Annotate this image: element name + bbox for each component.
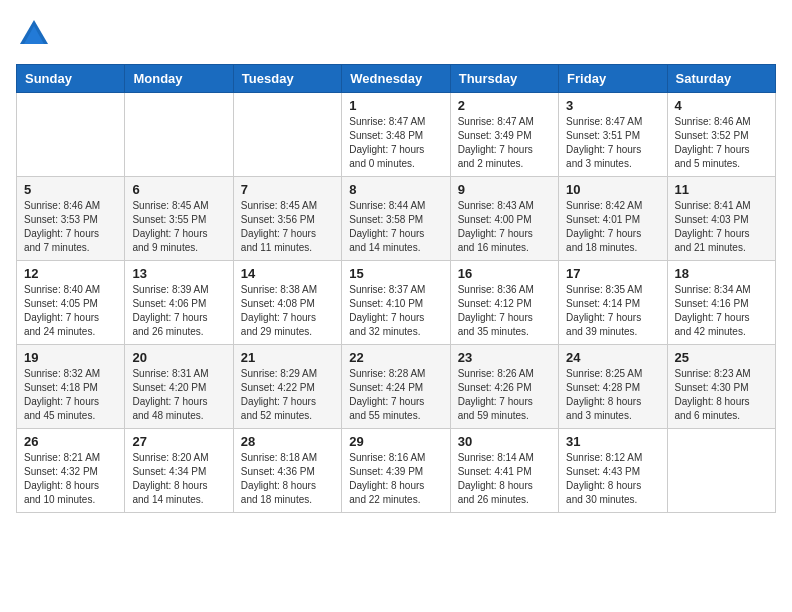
calendar-cell: 12Sunrise: 8:40 AM Sunset: 4:05 PM Dayli… [17,261,125,345]
calendar-week-row: 1Sunrise: 8:47 AM Sunset: 3:48 PM Daylig… [17,93,776,177]
cell-info: Sunrise: 8:47 AM Sunset: 3:51 PM Dayligh… [566,115,659,171]
calendar-cell [667,429,775,513]
cell-day-number: 7 [241,182,334,197]
calendar-cell: 6Sunrise: 8:45 AM Sunset: 3:55 PM Daylig… [125,177,233,261]
cell-day-number: 2 [458,98,551,113]
cell-day-number: 24 [566,350,659,365]
cell-day-number: 30 [458,434,551,449]
cell-info: Sunrise: 8:14 AM Sunset: 4:41 PM Dayligh… [458,451,551,507]
cell-info: Sunrise: 8:29 AM Sunset: 4:22 PM Dayligh… [241,367,334,423]
logo-icon [16,16,52,52]
calendar-cell: 17Sunrise: 8:35 AM Sunset: 4:14 PM Dayli… [559,261,667,345]
cell-day-number: 3 [566,98,659,113]
cell-day-number: 13 [132,266,225,281]
cell-info: Sunrise: 8:18 AM Sunset: 4:36 PM Dayligh… [241,451,334,507]
cell-info: Sunrise: 8:43 AM Sunset: 4:00 PM Dayligh… [458,199,551,255]
cell-info: Sunrise: 8:42 AM Sunset: 4:01 PM Dayligh… [566,199,659,255]
calendar-header-sunday: Sunday [17,65,125,93]
calendar-cell: 1Sunrise: 8:47 AM Sunset: 3:48 PM Daylig… [342,93,450,177]
calendar-week-row: 19Sunrise: 8:32 AM Sunset: 4:18 PM Dayli… [17,345,776,429]
cell-info: Sunrise: 8:37 AM Sunset: 4:10 PM Dayligh… [349,283,442,339]
calendar-header-row: SundayMondayTuesdayWednesdayThursdayFrid… [17,65,776,93]
calendar-cell: 30Sunrise: 8:14 AM Sunset: 4:41 PM Dayli… [450,429,558,513]
cell-info: Sunrise: 8:12 AM Sunset: 4:43 PM Dayligh… [566,451,659,507]
cell-info: Sunrise: 8:47 AM Sunset: 3:49 PM Dayligh… [458,115,551,171]
cell-day-number: 5 [24,182,117,197]
cell-info: Sunrise: 8:25 AM Sunset: 4:28 PM Dayligh… [566,367,659,423]
calendar-cell: 3Sunrise: 8:47 AM Sunset: 3:51 PM Daylig… [559,93,667,177]
calendar-cell [17,93,125,177]
calendar-header-monday: Monday [125,65,233,93]
cell-day-number: 27 [132,434,225,449]
cell-day-number: 23 [458,350,551,365]
cell-info: Sunrise: 8:36 AM Sunset: 4:12 PM Dayligh… [458,283,551,339]
calendar-cell: 13Sunrise: 8:39 AM Sunset: 4:06 PM Dayli… [125,261,233,345]
cell-day-number: 8 [349,182,442,197]
calendar-cell [233,93,341,177]
calendar-week-row: 5Sunrise: 8:46 AM Sunset: 3:53 PM Daylig… [17,177,776,261]
cell-info: Sunrise: 8:45 AM Sunset: 3:55 PM Dayligh… [132,199,225,255]
calendar-cell: 7Sunrise: 8:45 AM Sunset: 3:56 PM Daylig… [233,177,341,261]
calendar-week-row: 12Sunrise: 8:40 AM Sunset: 4:05 PM Dayli… [17,261,776,345]
cell-day-number: 25 [675,350,768,365]
calendar-header-friday: Friday [559,65,667,93]
calendar-header-tuesday: Tuesday [233,65,341,93]
cell-day-number: 19 [24,350,117,365]
calendar-cell: 26Sunrise: 8:21 AM Sunset: 4:32 PM Dayli… [17,429,125,513]
cell-info: Sunrise: 8:31 AM Sunset: 4:20 PM Dayligh… [132,367,225,423]
calendar-cell: 22Sunrise: 8:28 AM Sunset: 4:24 PM Dayli… [342,345,450,429]
cell-day-number: 9 [458,182,551,197]
calendar-cell: 25Sunrise: 8:23 AM Sunset: 4:30 PM Dayli… [667,345,775,429]
cell-info: Sunrise: 8:40 AM Sunset: 4:05 PM Dayligh… [24,283,117,339]
cell-info: Sunrise: 8:16 AM Sunset: 4:39 PM Dayligh… [349,451,442,507]
cell-info: Sunrise: 8:35 AM Sunset: 4:14 PM Dayligh… [566,283,659,339]
calendar-cell: 15Sunrise: 8:37 AM Sunset: 4:10 PM Dayli… [342,261,450,345]
calendar-cell: 24Sunrise: 8:25 AM Sunset: 4:28 PM Dayli… [559,345,667,429]
cell-day-number: 16 [458,266,551,281]
cell-day-number: 14 [241,266,334,281]
cell-info: Sunrise: 8:20 AM Sunset: 4:34 PM Dayligh… [132,451,225,507]
calendar-table: SundayMondayTuesdayWednesdayThursdayFrid… [16,64,776,513]
cell-info: Sunrise: 8:44 AM Sunset: 3:58 PM Dayligh… [349,199,442,255]
cell-day-number: 15 [349,266,442,281]
calendar-cell: 2Sunrise: 8:47 AM Sunset: 3:49 PM Daylig… [450,93,558,177]
calendar-cell: 8Sunrise: 8:44 AM Sunset: 3:58 PM Daylig… [342,177,450,261]
calendar-cell: 18Sunrise: 8:34 AM Sunset: 4:16 PM Dayli… [667,261,775,345]
cell-day-number: 11 [675,182,768,197]
cell-info: Sunrise: 8:39 AM Sunset: 4:06 PM Dayligh… [132,283,225,339]
cell-day-number: 21 [241,350,334,365]
cell-info: Sunrise: 8:38 AM Sunset: 4:08 PM Dayligh… [241,283,334,339]
calendar-cell: 4Sunrise: 8:46 AM Sunset: 3:52 PM Daylig… [667,93,775,177]
calendar-cell: 31Sunrise: 8:12 AM Sunset: 4:43 PM Dayli… [559,429,667,513]
cell-day-number: 31 [566,434,659,449]
cell-info: Sunrise: 8:21 AM Sunset: 4:32 PM Dayligh… [24,451,117,507]
cell-day-number: 29 [349,434,442,449]
cell-info: Sunrise: 8:47 AM Sunset: 3:48 PM Dayligh… [349,115,442,171]
cell-day-number: 17 [566,266,659,281]
calendar-cell: 20Sunrise: 8:31 AM Sunset: 4:20 PM Dayli… [125,345,233,429]
calendar-header-thursday: Thursday [450,65,558,93]
cell-day-number: 18 [675,266,768,281]
cell-info: Sunrise: 8:34 AM Sunset: 4:16 PM Dayligh… [675,283,768,339]
cell-day-number: 10 [566,182,659,197]
cell-day-number: 22 [349,350,442,365]
cell-info: Sunrise: 8:41 AM Sunset: 4:03 PM Dayligh… [675,199,768,255]
cell-day-number: 20 [132,350,225,365]
cell-day-number: 28 [241,434,334,449]
cell-day-number: 4 [675,98,768,113]
page-header [16,16,776,52]
cell-info: Sunrise: 8:28 AM Sunset: 4:24 PM Dayligh… [349,367,442,423]
cell-day-number: 6 [132,182,225,197]
cell-day-number: 26 [24,434,117,449]
cell-info: Sunrise: 8:45 AM Sunset: 3:56 PM Dayligh… [241,199,334,255]
calendar-cell: 10Sunrise: 8:42 AM Sunset: 4:01 PM Dayli… [559,177,667,261]
calendar-cell: 11Sunrise: 8:41 AM Sunset: 4:03 PM Dayli… [667,177,775,261]
cell-info: Sunrise: 8:46 AM Sunset: 3:53 PM Dayligh… [24,199,117,255]
calendar-header-wednesday: Wednesday [342,65,450,93]
cell-info: Sunrise: 8:32 AM Sunset: 4:18 PM Dayligh… [24,367,117,423]
cell-day-number: 12 [24,266,117,281]
calendar-cell: 16Sunrise: 8:36 AM Sunset: 4:12 PM Dayli… [450,261,558,345]
cell-info: Sunrise: 8:46 AM Sunset: 3:52 PM Dayligh… [675,115,768,171]
calendar-cell: 21Sunrise: 8:29 AM Sunset: 4:22 PM Dayli… [233,345,341,429]
calendar-cell: 14Sunrise: 8:38 AM Sunset: 4:08 PM Dayli… [233,261,341,345]
